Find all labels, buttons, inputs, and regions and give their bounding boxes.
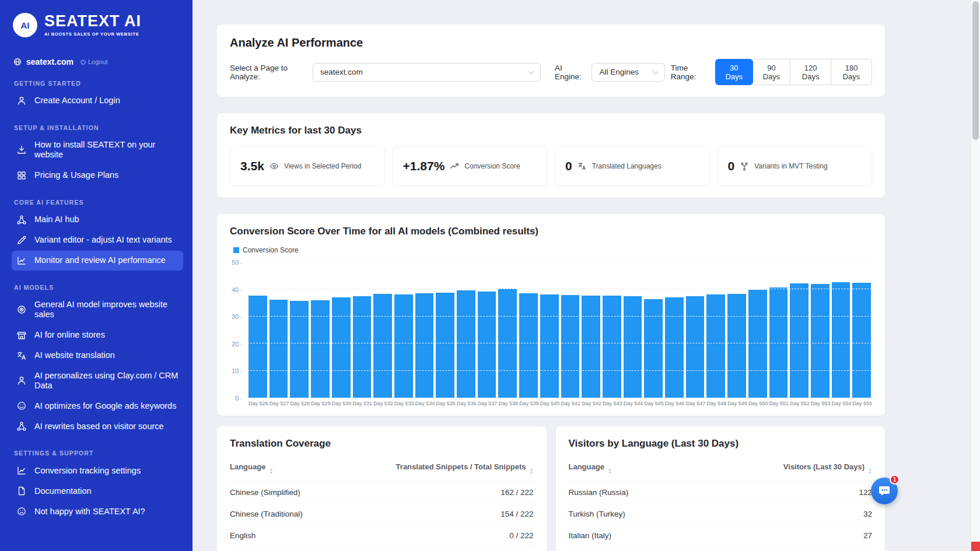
logo[interactable]: AI SEATEXT AI AI BOOSTS SALES OF YOUR WE… [12, 13, 183, 37]
chart-bar [457, 290, 475, 398]
document-icon [16, 486, 27, 496]
chart-title: Conversion Score Over Time for all AI mo… [230, 226, 872, 237]
table-row: Chinese (Traditional)154 / 222 [230, 503, 534, 525]
chart-x-tick-label: Day 532 [373, 401, 392, 406]
translate-icon [578, 162, 587, 171]
sidebar-item-conversion-tracking[interactable]: Conversion tracking settings [12, 461, 183, 480]
chart-x-labels: Day 526Day 527Day 528Day 529Day 530Day 5… [247, 398, 872, 406]
table-row: Italian (Italy)27 [569, 525, 873, 546]
logout-button[interactable]: Logout [80, 58, 108, 65]
column-header-language[interactable]: Language▲▼ [230, 455, 335, 482]
sidebar-item-personalizes-crm[interactable]: AI personalizes using Clay.com / CRM Dat… [12, 366, 183, 396]
time-range-180-days[interactable]: 180 Days [831, 59, 872, 85]
chart-y-tick-label: 30 [232, 313, 243, 320]
chart-x-tick-label: Day 551 [769, 401, 788, 406]
sidebar-item-documentation[interactable]: Documentation [12, 481, 183, 501]
sidebar-item-main-ai-hub[interactable]: Main AI hub [12, 210, 183, 230]
hub-icon [16, 215, 27, 225]
chart-bar [478, 292, 496, 398]
nav-section-heading: SETUP & INSTALLATION [12, 124, 183, 131]
chart-legend-item[interactable]: Conversion Score [233, 246, 872, 254]
sidebar-item-visitor-source[interactable]: AI rewrites based on visitor source [12, 416, 183, 436]
hub-icon [16, 421, 27, 431]
sort-icon: ▲▼ [269, 468, 273, 475]
legend-swatch [233, 247, 239, 253]
column-header-language[interactable]: Language▲▼ [569, 455, 701, 482]
chart-bar [561, 295, 580, 398]
sidebar-item-google-ads[interactable]: AI optimizes for Google ads keywords [12, 396, 183, 416]
chart-bar [540, 294, 559, 398]
sidebar-nav: GETTING STARTED Create Account / Login S… [12, 80, 183, 521]
chart-x-tick-label: Day 544 [624, 401, 642, 406]
time-range-label: Time Range: [671, 64, 709, 81]
sort-icon: ▲▼ [530, 468, 534, 475]
sidebar-item-website-translation[interactable]: AI website translation [12, 346, 183, 366]
table-row: English0 / 222 [230, 525, 534, 546]
chart-bar [727, 294, 746, 398]
key-metrics-title: Key Metrics for last 30 Days [230, 125, 872, 136]
time-range-90-days[interactable]: 90 Days [752, 59, 790, 85]
chart-x-tick-label: Day 531 [353, 401, 372, 406]
pen-icon [16, 235, 27, 245]
chart-bar [311, 300, 330, 398]
metric-label: Translated Languages [592, 162, 662, 170]
column-header-visitors[interactable]: Visitors (Last 30 Days)▲▼ [701, 455, 872, 482]
chart-x-tick-label: Day 543 [603, 401, 621, 406]
scrollbar-thumb[interactable] [972, 1, 979, 140]
store-icon [16, 330, 27, 341]
chart-bar [811, 284, 830, 398]
globe-icon [13, 57, 22, 66]
chart-bar [290, 301, 309, 398]
chart-x-tick-label: Day 528 [290, 401, 309, 406]
account-domain: seatext.com [26, 57, 74, 66]
page-select-label: Select a Page to Analyze: [230, 64, 307, 81]
line-chart-icon [16, 255, 27, 266]
chart-y-tick-label: 0 [235, 395, 243, 402]
sidebar-item-install[interactable]: How to install SEATEXT on your website [12, 135, 183, 165]
chat-widget-button[interactable]: 1 [871, 478, 898, 504]
chart-bar [582, 296, 600, 398]
chart-bar [436, 293, 454, 398]
chevron-down-icon [528, 68, 534, 74]
metric-value: 0 [728, 159, 735, 173]
logo-badge: AI [13, 13, 37, 37]
metric-label: Views in Selected Period [284, 162, 362, 170]
sidebar-item-pricing[interactable]: Pricing & Usage Plans [12, 166, 183, 185]
sidebar-item-online-stores[interactable]: AI for online stores [12, 325, 183, 345]
logo-tagline: AI BOOSTS SALES OF YOUR WEBSITE [44, 31, 141, 37]
sidebar-item-monitor-performance[interactable]: Monitor and review AI performance [12, 251, 183, 271]
sidebar-item-general-ai-model[interactable]: General AI model improves website sales [12, 295, 183, 325]
time-range-30-days[interactable]: 30 Days [715, 59, 753, 85]
chart-bar [706, 294, 725, 398]
translate-icon [16, 350, 27, 361]
engine-select-label: AI Engine: [555, 64, 586, 81]
chart-x-tick-label: Day 547 [686, 401, 705, 406]
conversion-chart-card: Conversion Score Over Time for all AI mo… [217, 214, 885, 416]
metric-label: Conversion Score [464, 162, 520, 170]
column-header-snippets[interactable]: Translated Snippets / Total Snippets▲▼ [335, 455, 533, 482]
chart-bar [790, 283, 808, 398]
target-icon [16, 304, 27, 315]
chart-plot [247, 262, 872, 398]
eye-icon [270, 162, 279, 171]
scrollbar[interactable] [971, 0, 980, 551]
chart-bars [247, 262, 872, 398]
page-select[interactable]: seatext.com [313, 63, 541, 82]
table-row: Chinese (Simplified)162 / 222 [230, 482, 534, 503]
table-row: Russian (Russia)122 [569, 482, 873, 503]
chevron-down-icon [652, 68, 658, 74]
sidebar-item-create-account[interactable]: Create Account / Login [12, 91, 183, 111]
translation-coverage-table: Language▲▼ Translated Snippets / Total S… [230, 455, 534, 551]
sidebar-item-variant-editor[interactable]: Variant editor - adjust AI text variants [12, 230, 183, 250]
chart-bar [665, 297, 684, 398]
chart-bar [624, 296, 642, 398]
sort-icon: ▲▼ [608, 468, 612, 475]
engine-select[interactable]: All Engines [592, 63, 664, 82]
translation-coverage-card: Translation Coverage Language▲▼ Translat… [217, 426, 547, 551]
sidebar-item-not-happy[interactable]: Not happy with SEATEXT AI? [12, 501, 183, 521]
account-row: seatext.com Logout [12, 57, 183, 66]
legend-label: Conversion Score [243, 246, 298, 254]
analyze-card: Analyze AI Performance Select a Page to … [217, 24, 885, 97]
table-row: Turkish (Turkey)32 [569, 503, 873, 525]
time-range-120-days[interactable]: 120 Days [790, 59, 831, 85]
